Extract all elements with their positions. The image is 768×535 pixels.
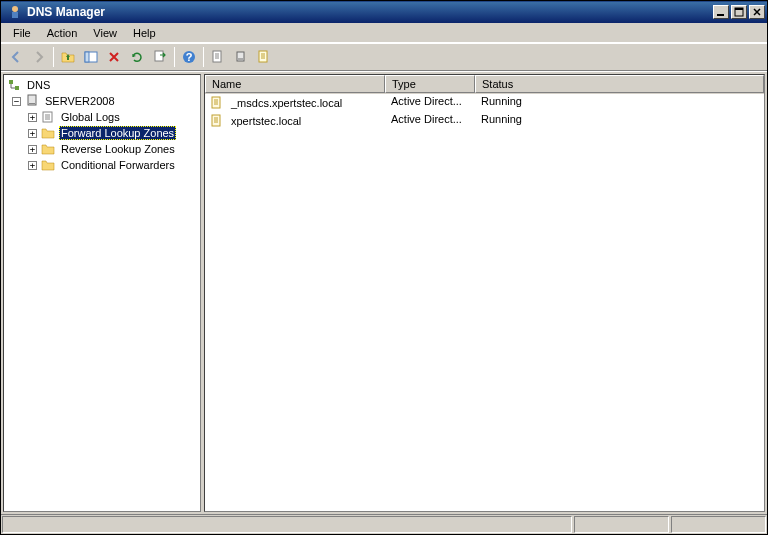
minimize-button[interactable] bbox=[713, 5, 729, 19]
action-2-button[interactable] bbox=[230, 46, 252, 68]
menu-help[interactable]: Help bbox=[125, 25, 164, 41]
tree-conditional-forwarders[interactable]: + Conditional Forwarders bbox=[6, 157, 198, 173]
svg-rect-21 bbox=[15, 86, 19, 90]
logs-icon bbox=[40, 109, 56, 125]
zone-row[interactable]: _msdcs.xpertstec.local Active Direct... … bbox=[205, 94, 764, 112]
dns-root-icon bbox=[6, 77, 22, 93]
svg-rect-20 bbox=[9, 80, 13, 84]
folder-icon bbox=[40, 141, 56, 157]
menu-action[interactable]: Action bbox=[39, 25, 86, 41]
action-1-button[interactable] bbox=[207, 46, 229, 68]
expand-icon[interactable]: + bbox=[28, 145, 37, 154]
svg-rect-7 bbox=[155, 51, 163, 61]
list-header: Name Type Status bbox=[205, 75, 764, 94]
expand-icon[interactable]: + bbox=[28, 129, 37, 138]
collapse-icon[interactable]: − bbox=[12, 97, 21, 106]
svg-point-0 bbox=[12, 6, 18, 12]
show-hide-tree-button[interactable] bbox=[80, 46, 102, 68]
status-pane-2 bbox=[574, 516, 669, 533]
menubar: File Action View Help bbox=[1, 23, 767, 43]
expand-icon[interactable]: + bbox=[28, 161, 37, 170]
tree-server[interactable]: − SERVER2008 bbox=[6, 93, 198, 109]
tree-label: DNS bbox=[25, 78, 52, 92]
tree-label: Reverse Lookup Zones bbox=[59, 142, 177, 156]
zone-type: Active Direct... bbox=[385, 113, 475, 129]
action-3-button[interactable] bbox=[253, 46, 275, 68]
window-title: DNS Manager bbox=[27, 5, 713, 19]
zone-type: Active Direct... bbox=[385, 95, 475, 111]
folder-icon bbox=[40, 125, 56, 141]
menu-view[interactable]: View bbox=[85, 25, 125, 41]
tree-pane[interactable]: DNS − SERVER2008 + Global Logs + Forward… bbox=[3, 74, 201, 512]
close-button[interactable] bbox=[749, 5, 765, 19]
tree-label: Forward Lookup Zones bbox=[59, 126, 176, 140]
status-pane-3 bbox=[671, 516, 766, 533]
app-icon bbox=[7, 4, 23, 20]
zone-name: xpertstec.local bbox=[231, 115, 301, 127]
svg-rect-2 bbox=[717, 14, 724, 16]
main-area: DNS − SERVER2008 + Global Logs + Forward… bbox=[1, 71, 767, 514]
zone-name: _msdcs.xpertstec.local bbox=[231, 97, 342, 109]
column-header-name[interactable]: Name bbox=[205, 75, 385, 93]
list-pane[interactable]: Name Type Status _msdcs.xpertstec.local … bbox=[204, 74, 765, 512]
svg-text:?: ? bbox=[186, 51, 193, 63]
zone-row[interactable]: xpertstec.local Active Direct... Running bbox=[205, 112, 764, 130]
up-button[interactable] bbox=[57, 46, 79, 68]
column-header-type[interactable]: Type bbox=[385, 75, 475, 93]
svg-rect-23 bbox=[29, 103, 35, 104]
column-header-status[interactable]: Status bbox=[475, 75, 764, 93]
svg-rect-15 bbox=[238, 58, 243, 60]
svg-rect-6 bbox=[85, 52, 89, 62]
back-button bbox=[5, 46, 27, 68]
help-button[interactable]: ? bbox=[178, 46, 200, 68]
svg-rect-1 bbox=[12, 12, 18, 18]
tree-root-dns[interactable]: DNS bbox=[6, 77, 198, 93]
toolbar: ? bbox=[1, 43, 767, 71]
tree-forward-lookup-zones[interactable]: + Forward Lookup Zones bbox=[6, 125, 198, 141]
tree-label: SERVER2008 bbox=[43, 94, 117, 108]
tree-label: Global Logs bbox=[59, 110, 122, 124]
forward-button bbox=[28, 46, 50, 68]
tree-reverse-lookup-zones[interactable]: + Reverse Lookup Zones bbox=[6, 141, 198, 157]
zone-status: Running bbox=[475, 95, 764, 111]
expand-icon[interactable]: + bbox=[28, 113, 37, 122]
tree-global-logs[interactable]: + Global Logs bbox=[6, 109, 198, 125]
refresh-button[interactable] bbox=[126, 46, 148, 68]
zone-icon bbox=[209, 95, 225, 111]
status-pane-1 bbox=[2, 516, 572, 533]
delete-button[interactable] bbox=[103, 46, 125, 68]
server-icon bbox=[24, 93, 40, 109]
maximize-button[interactable] bbox=[731, 5, 747, 19]
zone-icon bbox=[209, 113, 225, 129]
titlebar: DNS Manager bbox=[1, 1, 767, 23]
folder-icon bbox=[40, 157, 56, 173]
zone-status: Running bbox=[475, 113, 764, 129]
statusbar bbox=[1, 514, 767, 534]
svg-rect-4 bbox=[735, 8, 743, 10]
tree-label: Conditional Forwarders bbox=[59, 158, 177, 172]
export-button[interactable] bbox=[149, 46, 171, 68]
menu-file[interactable]: File bbox=[5, 25, 39, 41]
